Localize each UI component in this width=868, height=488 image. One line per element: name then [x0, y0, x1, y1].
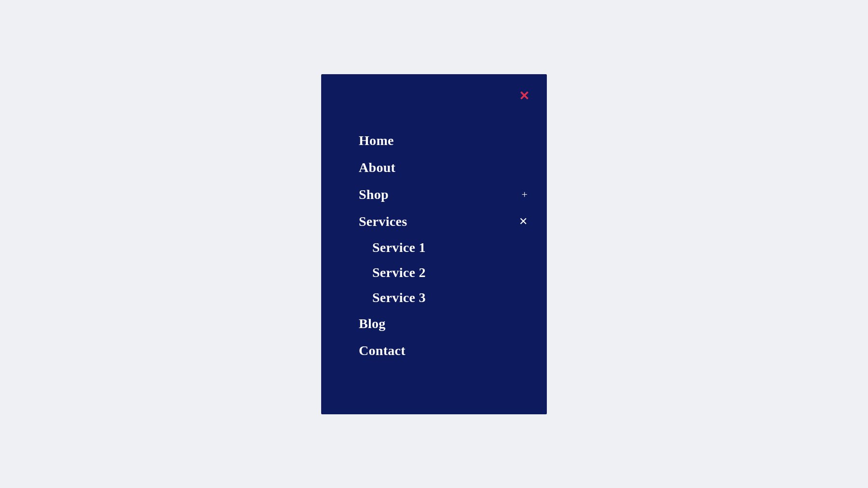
nav-item-shop[interactable]: Shop + — [359, 181, 547, 208]
nav-menu: Home About Shop + Services ✕ Service 1 S… — [321, 74, 547, 383]
nav-item-services[interactable]: Services ✕ — [359, 208, 547, 235]
nav-item-contact[interactable]: Contact — [359, 337, 547, 364]
services-submenu: Service 1 Service 2 Service 3 — [359, 235, 547, 310]
menu-overlay: ✕ Home About Shop + Services ✕ Service 1… — [321, 74, 547, 414]
nav-item-service1[interactable]: Service 1 — [372, 235, 547, 260]
nav-item-service1-label: Service 1 — [372, 240, 426, 255]
nav-item-about-label: About — [359, 160, 395, 175]
nav-item-blog-label: Blog — [359, 316, 386, 331]
nav-item-about[interactable]: About — [359, 154, 547, 181]
nav-item-home[interactable]: Home — [359, 127, 547, 154]
services-collapse-icon: ✕ — [519, 216, 528, 227]
nav-item-service2-label: Service 2 — [372, 265, 426, 280]
nav-item-home-label: Home — [359, 133, 394, 148]
nav-item-service3[interactable]: Service 3 — [372, 285, 547, 310]
nav-item-shop-label: Shop — [359, 187, 389, 202]
close-button[interactable]: ✕ — [517, 88, 531, 104]
nav-item-service3-label: Service 3 — [372, 290, 426, 305]
nav-item-services-label: Services — [359, 214, 407, 229]
nav-item-service2[interactable]: Service 2 — [372, 260, 547, 285]
nav-item-contact-label: Contact — [359, 343, 406, 358]
nav-item-blog[interactable]: Blog — [359, 310, 547, 337]
shop-expand-icon: + — [522, 189, 528, 200]
